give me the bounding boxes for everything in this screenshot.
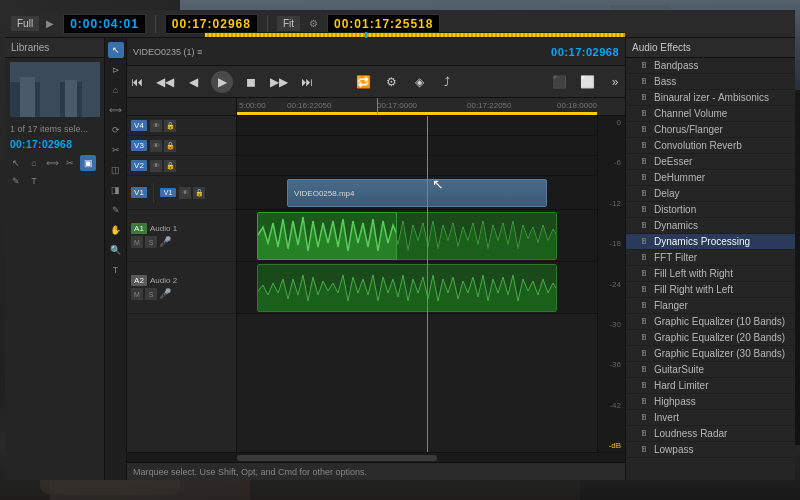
ripple-tool[interactable]: ⌂	[26, 155, 42, 171]
pen-tool-sidebar[interactable]: ✎	[108, 202, 124, 218]
select-tool[interactable]: ↖	[108, 42, 124, 58]
rate-stretch-tool[interactable]: ⟳	[108, 122, 124, 138]
type-tool-sidebar[interactable]: T	[108, 262, 124, 278]
effect-item-2[interactable]: 🎚Binaural izer - Ambisonics	[626, 90, 795, 106]
zoom-tool[interactable]: 🔍	[108, 242, 124, 258]
effect-item-20[interactable]: 🎚Hard Limiter	[626, 378, 795, 394]
a2-mute-btn[interactable]: M	[131, 288, 143, 300]
effect-label-22: Invert	[654, 412, 679, 423]
slip-tool[interactable]: ▣	[80, 155, 96, 171]
razor-tool-sidebar[interactable]: ✂	[108, 142, 124, 158]
add-marker[interactable]: ◈	[409, 72, 429, 92]
zoom-dropdown-left[interactable]: Full	[11, 16, 39, 31]
media-thumbnail[interactable]	[10, 62, 100, 117]
a1-solo-btn[interactable]: S	[145, 236, 157, 248]
extra-btn-1[interactable]: ⬛	[549, 72, 569, 92]
timeline-scrollbar[interactable]	[127, 452, 625, 462]
export-btn[interactable]: ⤴	[437, 72, 457, 92]
v4-toggle-lock[interactable]: 🔒	[164, 120, 176, 132]
effect-icon-23: 🎚	[640, 429, 648, 438]
slide-tool[interactable]: ◨	[108, 182, 124, 198]
effect-item-8[interactable]: 🎚Delay	[626, 186, 795, 202]
effect-item-1[interactable]: 🎚Bass	[626, 74, 795, 90]
v1-label: V1	[131, 187, 147, 198]
settings-btn[interactable]: ⚙	[381, 72, 401, 92]
rate-tool[interactable]: ⟺	[44, 155, 60, 171]
track-select-tool[interactable]: ⊳	[108, 62, 124, 78]
v1-clip[interactable]: VIDEO0258.mp4	[287, 179, 547, 207]
ruler-time-4: 00:17:22050	[467, 101, 512, 110]
a2-solo-btn[interactable]: S	[145, 288, 157, 300]
loop-button[interactable]: 🔁	[353, 72, 373, 92]
zoom-dropdown-fit[interactable]: Fit	[277, 16, 300, 31]
effect-item-7[interactable]: 🎚DeHummer	[626, 170, 795, 186]
stop-button[interactable]: ◼	[241, 72, 261, 92]
v1-toggle-eye[interactable]: 👁	[179, 187, 191, 199]
ruler-time-3: 00:17:0000	[377, 101, 417, 110]
effect-item-10[interactable]: 🎚Dynamics	[626, 218, 795, 234]
v3-toggle-eye[interactable]: 👁	[150, 140, 162, 152]
a2-clip[interactable]	[257, 264, 557, 312]
progress-bar-fill	[205, 33, 625, 37]
track-header-v2: V2 👁 🔒	[127, 156, 236, 176]
playback-controls: ⏮ ◀◀ ◀ ▶ ◼ ▶▶ ⏭ 🔁 ⚙ ◈ ⤴ ⬛ ⬜ »	[127, 66, 625, 98]
effect-item-6[interactable]: 🎚DeEsser	[626, 154, 795, 170]
effect-item-24[interactable]: 🎚Lowpass	[626, 442, 795, 458]
effect-icon-18: 🎚	[640, 349, 648, 358]
extra-btn-3[interactable]: »	[605, 72, 625, 92]
timecode-left[interactable]: 0:00:04:01	[63, 14, 146, 34]
effect-item-21[interactable]: 🎚Highpass	[626, 394, 795, 410]
hand-tool[interactable]: ✋	[108, 222, 124, 238]
effect-item-17[interactable]: 🎚Graphic Equalizer (20 Bands)	[626, 330, 795, 346]
effect-icon-4: 🎚	[640, 125, 648, 134]
effect-item-23[interactable]: 🎚Loudness Radar	[626, 426, 795, 442]
effect-item-0[interactable]: 🎚Bandpass	[626, 58, 795, 74]
scrollbar-thumb[interactable]	[237, 455, 437, 461]
rolling-edit-tool[interactable]: ⟺	[108, 102, 124, 118]
effect-item-11[interactable]: 🎚Dynamics Processing	[626, 234, 795, 250]
effect-item-3[interactable]: 🎚Channel Volume	[626, 106, 795, 122]
db-label: -dB	[598, 441, 625, 450]
effect-item-9[interactable]: 🎚Distortion	[626, 202, 795, 218]
effect-item-15[interactable]: 🎚Flanger	[626, 298, 795, 314]
razor-tool[interactable]: ✂	[62, 155, 78, 171]
pointer-tool[interactable]: ↖	[8, 155, 24, 171]
effect-item-12[interactable]: 🎚FFT Filter	[626, 250, 795, 266]
effect-icon-12: 🎚	[640, 253, 648, 262]
type-tool[interactable]: T	[26, 173, 42, 189]
go-to-out-point[interactable]: ⏭	[297, 72, 317, 92]
go-to-in-point[interactable]: ⏮	[127, 72, 147, 92]
play-button[interactable]: ▶	[211, 71, 233, 93]
ruler-area[interactable]: 5:00:00 00:16:22050 00:17:0000 00:17:220…	[237, 98, 597, 115]
cursor-tool[interactable]: ▶	[43, 17, 57, 30]
a1-mute-btn[interactable]: M	[131, 236, 143, 248]
ripple-edit-tool[interactable]: ⌂	[108, 82, 124, 98]
step-forward[interactable]: ▶▶	[269, 72, 289, 92]
timecode-right[interactable]: 00:01:17:25518	[327, 14, 440, 34]
effect-item-22[interactable]: 🎚Invert	[626, 410, 795, 426]
timecode-center[interactable]: 00:17:02968	[165, 14, 258, 34]
v2-toggle-lock[interactable]: 🔒	[164, 160, 176, 172]
effect-item-5[interactable]: 🎚Convolution Reverb	[626, 138, 795, 154]
pen-tool[interactable]: ✎	[8, 173, 24, 189]
effect-item-18[interactable]: 🎚Graphic Equalizer (30 Bands)	[626, 346, 795, 362]
effects-list[interactable]: 🎚Bandpass🎚Bass🎚Binaural izer - Ambisonic…	[626, 58, 795, 480]
effect-item-4[interactable]: 🎚Chorus/Flanger	[626, 122, 795, 138]
step-back[interactable]: ◀◀	[155, 72, 175, 92]
effect-item-19[interactable]: 🎚GuitarSuite	[626, 362, 795, 378]
extra-btn-2[interactable]: ⬜	[577, 72, 597, 92]
effect-item-16[interactable]: 🎚Graphic Equalizer (10 Bands)	[626, 314, 795, 330]
slip-tool-sidebar[interactable]: ◫	[108, 162, 124, 178]
v2-toggle-eye[interactable]: 👁	[150, 160, 162, 172]
v4-toggle-eye[interactable]: 👁	[150, 120, 162, 132]
settings-icon[interactable]: ⚙	[306, 17, 321, 30]
v3-toggle-lock[interactable]: 🔒	[164, 140, 176, 152]
sequence-timecode[interactable]: 00:17:02968	[551, 46, 619, 58]
status-bar: Marquee select. Use Shift, Opt, and Cmd …	[127, 462, 625, 480]
effect-item-14[interactable]: 🎚Fill Right with Left	[626, 282, 795, 298]
sequence-name: VIDEO0235 (1) ≡	[133, 47, 202, 57]
v1-toggle-lock[interactable]: 🔒	[193, 187, 205, 199]
effect-item-13[interactable]: 🎚Fill Left with Right	[626, 266, 795, 282]
play-reverse[interactable]: ◀	[183, 72, 203, 92]
track-body-area[interactable]: VIDEO0258.mp4	[237, 116, 597, 452]
